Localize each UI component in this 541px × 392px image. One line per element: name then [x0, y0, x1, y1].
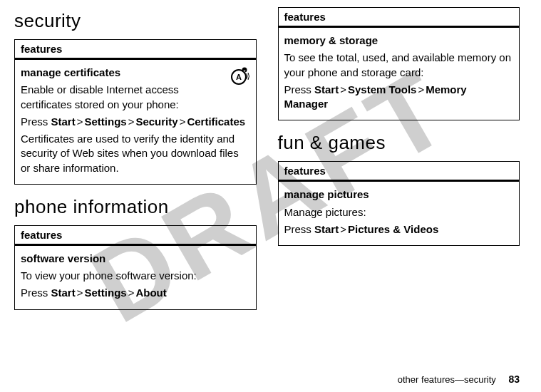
feature-title: manage certificates [21, 66, 250, 80]
press-label: Press [284, 83, 311, 96]
feature-description: Enable or disable Internet access certif… [21, 83, 250, 112]
network-status-icon: A + [229, 67, 250, 89]
feature-header: features [15, 226, 256, 246]
section-heading-phone-information: phone information [14, 196, 257, 218]
feature-header: features [15, 40, 256, 60]
section-heading-security: security [14, 10, 257, 32]
press-label: Press [21, 287, 48, 299]
nav-path: Start>System Tools>Memory Manager [284, 83, 467, 110]
nav-path: Start>Settings>About [51, 287, 167, 299]
left-column: security features A + manage certificate… [14, 7, 257, 321]
nav-path: Start>Settings>Security>Certificates [51, 115, 246, 128]
press-label: Press [21, 115, 48, 128]
svg-text:A: A [236, 73, 242, 81]
svg-text:+: + [243, 68, 246, 73]
nav-path: Start>Pictures & Videos [314, 223, 438, 235]
page-number: 83 [508, 373, 520, 385]
feature-header: features [279, 162, 520, 182]
feature-path-line: Press Start>System Tools>Memory Manager [284, 83, 514, 112]
feature-note: Certificates are used to verify the iden… [21, 132, 250, 175]
page-footer: other features—security 83 [398, 373, 520, 385]
press-label: Press [284, 223, 311, 235]
footer-text: other features—security [398, 374, 496, 385]
section-heading-fun-games: fun & games [278, 132, 520, 154]
feature-box-manage-pictures: features manage pictures Manage pictures… [278, 161, 520, 246]
feature-description: To view your phone software version: [21, 269, 250, 283]
feature-title: manage pictures [284, 187, 514, 202]
feature-description: Manage pictures: [284, 205, 514, 220]
feature-box-manage-certificates: features A + manage certificates Enable … [14, 39, 257, 185]
feature-header: features [279, 8, 520, 28]
feature-path-line: Press Start>Settings>About [21, 286, 250, 300]
feature-description: To see the total, used, and available me… [284, 51, 514, 80]
feature-path-line: Press Start>Pictures & Videos [284, 222, 514, 237]
feature-box-software-version: features software version To view your p… [14, 225, 257, 310]
right-column: features memory & storage To see the tot… [278, 7, 520, 321]
feature-title: memory & storage [284, 33, 514, 48]
feature-path-line: Press Start>Settings>Security>Certificat… [21, 115, 250, 129]
feature-title: software version [21, 252, 250, 266]
feature-box-memory-storage: features memory & storage To see the tot… [278, 7, 520, 120]
